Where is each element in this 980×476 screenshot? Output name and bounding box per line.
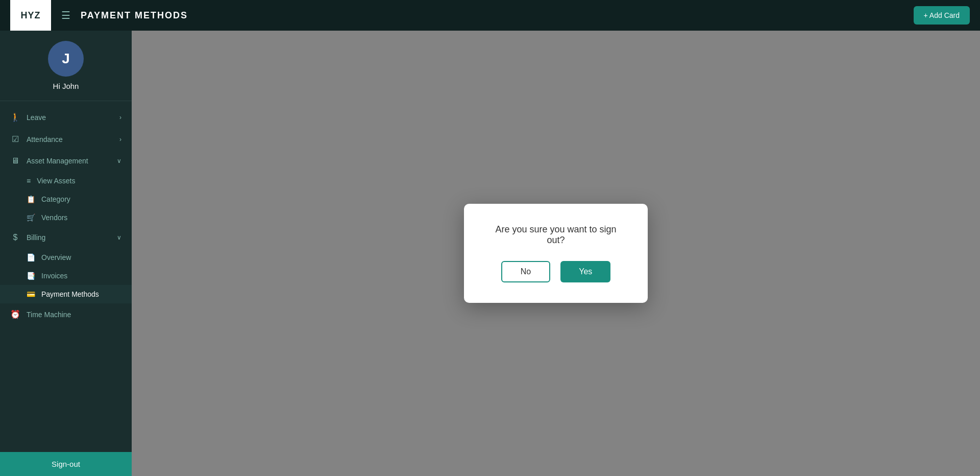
sidebar-item-attendance[interactable]: ☑ Attendance › (0, 128, 132, 150)
content-area: ED Are you sure you want to sign out? No… (132, 31, 980, 476)
user-section: J Hi John (0, 31, 132, 101)
payment-methods-icon: 💳 (27, 290, 35, 298)
sub-item-label: View Assets (37, 177, 75, 185)
sidebar-item-time-machine[interactable]: ⏰ Time Machine (0, 303, 132, 325)
add-card-button[interactable]: + Add Card (914, 6, 970, 25)
sidebar-item-billing[interactable]: $ Billing ∨ (0, 227, 132, 248)
main-layout: J Hi John 🚶 Leave › ☑ Attendance › 🖥 Ass… (0, 31, 980, 476)
user-greeting: Hi John (53, 82, 79, 90)
sidebar-item-vendors[interactable]: 🛒 Vendors (0, 208, 132, 227)
sidebar-item-label: Attendance (27, 135, 113, 144)
sub-item-label: Category (41, 195, 70, 203)
top-header: HYZ ☰ PAYMENT METHODS + Add Card (0, 0, 980, 31)
invoices-icon: 📑 (27, 272, 35, 280)
overview-icon: 📄 (27, 253, 35, 261)
chevron-down-icon: ∨ (117, 157, 121, 164)
time-machine-icon: ⏰ (10, 310, 20, 319)
sidebar: J Hi John 🚶 Leave › ☑ Attendance › 🖥 Ass… (0, 31, 132, 476)
sidebar-item-category[interactable]: 📋 Category (0, 190, 132, 208)
sidebar-item-overview[interactable]: 📄 Overview (0, 248, 132, 267)
modal-buttons: No Yes (489, 261, 622, 282)
no-button[interactable]: No (501, 261, 550, 282)
billing-icon: $ (10, 233, 20, 242)
page-title: PAYMENT METHODS (81, 10, 914, 21)
sidebar-item-leave[interactable]: 🚶 Leave › (0, 106, 132, 128)
sidebar-item-label: Billing (27, 233, 111, 242)
hamburger-icon[interactable]: ☰ (61, 9, 70, 21)
sidebar-item-asset-management[interactable]: 🖥 Asset Management ∨ (0, 150, 132, 172)
yes-button[interactable]: Yes (560, 261, 610, 282)
sub-item-label: Payment Methods (41, 290, 99, 298)
sidebar-item-label: Leave (27, 113, 113, 122)
sub-item-label: Vendors (41, 213, 67, 222)
list-icon: ≡ (27, 177, 31, 185)
sidebar-item-label: Time Machine (27, 311, 121, 319)
attendance-icon: ☑ (10, 134, 20, 144)
signout-modal: Are you sure you want to sign out? No Ye… (464, 204, 648, 303)
chevron-right-icon: › (119, 136, 121, 143)
sidebar-item-label: Asset Management (27, 157, 111, 165)
category-icon: 📋 (27, 195, 35, 203)
leave-icon: 🚶 (10, 112, 20, 122)
avatar: J (48, 41, 84, 77)
nav-section: 🚶 Leave › ☑ Attendance › 🖥 Asset Managem… (0, 101, 132, 452)
modal-overlay: Are you sure you want to sign out? No Ye… (132, 31, 980, 476)
vendors-icon: 🛒 (27, 213, 35, 222)
asset-icon: 🖥 (10, 156, 20, 165)
chevron-right-icon: › (119, 114, 121, 121)
logo: HYZ (10, 0, 51, 31)
chevron-down-icon: ∨ (117, 234, 121, 241)
sidebar-item-invoices[interactable]: 📑 Invoices (0, 267, 132, 285)
sign-out-bar[interactable]: Sign-out (0, 452, 132, 476)
modal-question: Are you sure you want to sign out? (489, 224, 622, 246)
sub-item-label: Overview (41, 253, 71, 261)
sidebar-item-view-assets[interactable]: ≡ View Assets (0, 172, 132, 190)
sidebar-item-payment-methods[interactable]: 💳 Payment Methods (0, 285, 132, 303)
sub-item-label: Invoices (41, 272, 67, 280)
